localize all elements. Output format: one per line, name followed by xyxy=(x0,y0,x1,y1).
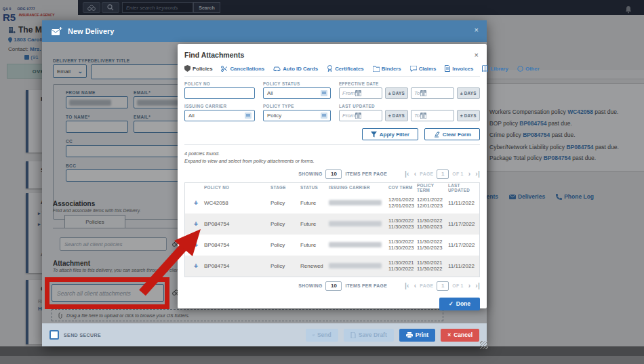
filter-row-1: POLICY NO POLICY STATUS All EFFECTIVE DA… xyxy=(184,81,480,99)
send-envelope-icon xyxy=(313,332,315,338)
policy-type-select[interactable]: Policy xyxy=(263,110,331,121)
results-count: 4 policies found. xyxy=(184,150,480,158)
filter-actions: Apply Filter Clear Form xyxy=(184,128,480,140)
table-row: BP084754 Policy Future 11/30/202211/30/2… xyxy=(185,214,479,235)
first-page-icon[interactable]: |‹ xyxy=(405,282,409,289)
expand-row-icon[interactable] xyxy=(188,199,204,207)
policy-no-input[interactable] xyxy=(184,87,255,99)
updated-from-days-button[interactable]: ± DAYS xyxy=(385,110,408,121)
items-per-page-input[interactable] xyxy=(325,281,342,291)
cell-status: Renewed xyxy=(300,263,329,269)
resize-handle[interactable] xyxy=(480,341,488,349)
table-row: BP084754 Policy Future 11/30/202211/30/2… xyxy=(185,235,479,256)
cell-last-updated: 11/17/2022 xyxy=(448,221,477,227)
tab-binders[interactable]: Binders xyxy=(373,66,401,72)
funnel-icon xyxy=(371,132,377,138)
clear-form-button[interactable]: Clear Form xyxy=(424,128,480,140)
check-icon xyxy=(449,300,454,307)
page-number-input[interactable] xyxy=(437,169,449,179)
next-page-icon[interactable]: › xyxy=(468,170,471,178)
table-row: WC42058 Policy Future 12/01/202212/01/20… xyxy=(185,193,479,214)
cell-policy-no: BP084754 xyxy=(204,263,270,269)
tabs-divider xyxy=(184,76,480,77)
eraser-icon xyxy=(433,132,440,138)
last-page-icon[interactable]: ›| xyxy=(475,170,480,178)
cell-status: Future xyxy=(300,221,329,227)
tab-other[interactable]: Other xyxy=(517,66,540,72)
next-page-icon[interactable]: › xyxy=(468,282,471,289)
close-icon[interactable] xyxy=(475,26,479,34)
redacted-carrier xyxy=(329,200,382,205)
last-page-icon[interactable]: ›| xyxy=(475,282,480,289)
tab-policies[interactable]: Policies xyxy=(184,65,212,72)
updated-from-input[interactable]: From xyxy=(339,110,382,121)
table-row: BP084754 Policy Renewed 11/30/202111/30/… xyxy=(185,256,479,277)
car-icon xyxy=(273,66,281,71)
cancel-button[interactable]: Cancel xyxy=(441,329,479,342)
effective-to-input[interactable]: To xyxy=(411,87,454,99)
col-issuing-carrier: ISSUING CARRIER xyxy=(329,185,388,190)
issuing-carrier-select[interactable]: All xyxy=(184,110,255,121)
effective-from-input[interactable]: From xyxy=(339,87,382,99)
effective-from-days-button[interactable]: ± DAYS xyxy=(385,87,408,99)
send-secure-label: SEND SECURE xyxy=(64,333,101,338)
tab-library[interactable]: Library xyxy=(482,65,508,72)
filter-divider xyxy=(184,144,480,145)
expand-row-icon[interactable] xyxy=(188,220,204,228)
done-button[interactable]: Done xyxy=(439,298,480,310)
last-updated-label: LAST UPDATED xyxy=(339,104,480,108)
tab-invoices[interactable]: Invoices xyxy=(445,65,473,72)
tab-cancellations[interactable]: Cancellations xyxy=(221,66,264,72)
draft-document-icon xyxy=(350,332,356,338)
tab-claims[interactable]: Claims xyxy=(410,66,437,72)
list-select-icon xyxy=(321,113,327,119)
print-button[interactable]: Print xyxy=(399,329,435,342)
col-policy-term: POLICY TERM xyxy=(417,183,448,193)
page-number-input[interactable] xyxy=(437,281,449,291)
policies-table: POLICY NO STAGE STATUS ISSUING CARRIER C… xyxy=(184,182,480,277)
showing-label: SHOWING xyxy=(298,283,322,288)
invoice-document-icon xyxy=(445,65,450,72)
save-draft-button[interactable]: Save Draft xyxy=(344,329,394,342)
showing-label: SHOWING xyxy=(298,171,322,176)
items-per-page-input[interactable] xyxy=(325,169,342,179)
send-secure-checkbox[interactable] xyxy=(49,330,59,340)
page-of-label: OF 1 xyxy=(452,171,463,176)
cell-status: Future xyxy=(300,242,329,248)
pagination-bottom: SHOWING ITEMS PER PAGE |‹ ‹ PAGE OF 1 › … xyxy=(184,281,480,291)
tab-auto-id-cards[interactable]: Auto ID Cards xyxy=(273,66,318,72)
folder-icon xyxy=(373,66,380,72)
circle-icon xyxy=(517,66,523,72)
policy-status-select[interactable]: All xyxy=(263,87,331,99)
results-summary: 4 policies found. Expand to view and sel… xyxy=(184,150,480,165)
cell-policy-no: BP084754 xyxy=(204,242,270,248)
list-select-icon xyxy=(321,90,327,96)
col-stage: STAGE xyxy=(270,185,300,190)
close-icon[interactable] xyxy=(475,51,479,59)
send-button[interactable]: Send xyxy=(306,329,338,342)
scissors-icon xyxy=(221,66,228,72)
shield-icon xyxy=(184,65,190,72)
policy-no-label: POLICY NO xyxy=(184,81,255,86)
expand-row-icon[interactable] xyxy=(188,241,204,249)
redacted-carrier xyxy=(329,221,382,226)
effective-to-days-button[interactable]: ± DAYS xyxy=(457,87,480,99)
first-page-icon[interactable]: |‹ xyxy=(405,170,409,178)
updated-to-input[interactable]: To xyxy=(411,110,454,121)
new-envelope-icon xyxy=(52,27,62,36)
page-of-label: OF 1 xyxy=(452,283,463,288)
items-per-page-label: ITEMS PER PAGE xyxy=(345,283,386,288)
results-hint: Expand to view and select from policy at… xyxy=(184,158,480,165)
prev-page-icon[interactable]: ‹ xyxy=(414,170,417,178)
tab-certificates[interactable]: Certificates xyxy=(327,65,363,72)
prev-page-icon[interactable]: ‹ xyxy=(414,282,417,289)
redacted-carrier xyxy=(329,263,382,268)
expand-row-icon[interactable] xyxy=(188,262,204,270)
apply-filter-button[interactable]: Apply Filter xyxy=(362,128,418,140)
speech-bubble-icon xyxy=(410,66,417,72)
calendar-icon xyxy=(355,113,361,119)
printer-icon xyxy=(406,332,413,338)
calendar-icon xyxy=(420,90,426,96)
attachment-type-tabs: Policies Cancellations Auto ID Cards Cer… xyxy=(184,65,480,72)
updated-to-days-button[interactable]: ± DAYS xyxy=(457,110,480,121)
